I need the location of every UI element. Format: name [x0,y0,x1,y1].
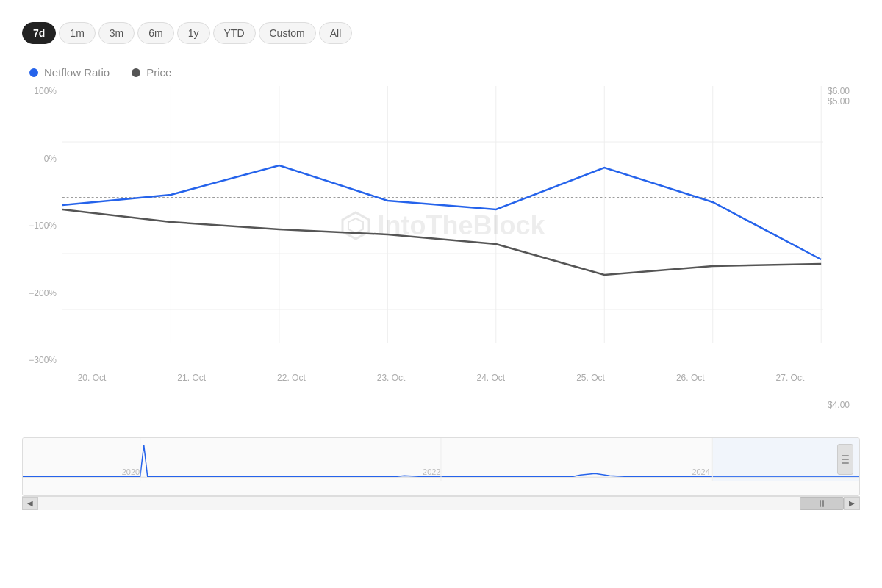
navigator-handle[interactable] [837,444,853,475]
navigator[interactable]: 2020 2022 2024 [22,437,860,496]
svg-text:2024: 2024 [692,467,709,476]
price-dot [132,68,140,77]
y-label-neg200: −200% [22,288,62,298]
svg-text:2022: 2022 [423,467,440,476]
time-btn-custom[interactable]: Custom [259,22,316,44]
y-label-neg100: −100% [22,220,62,231]
time-btn-all[interactable]: All [319,22,353,44]
legend-netflow: Netflow Ratio [29,66,110,79]
time-btn-1m[interactable]: 1m [59,22,95,44]
navigator-svg: 2020 2022 2024 [23,438,859,481]
time-btn-1y[interactable]: 1y [177,22,210,44]
time-btn-ytd[interactable]: YTD [213,22,256,44]
chart-main: 100% 0% −100% −200% −300% $6.00 $5.00 [22,86,860,365]
x-axis: 20. Oct 21. Oct 22. Oct 23. Oct 24. Oct … [22,368,860,383]
x-label-6: 26. Oct [661,373,720,383]
scroll-left-btn[interactable]: ◀ [22,497,38,510]
x-label-0: 20. Oct [62,373,121,383]
navigator-svg-area: 2020 2022 2024 [23,438,859,481]
chart-wrapper: 100% 0% −100% −200% −300% $6.00 $5.00 [22,86,860,431]
chart-svg-area[interactable]: IntoTheBlock [62,86,823,365]
main-chart-svg [62,86,823,365]
y-axis-right: $6.00 $5.00 [823,86,860,365]
y-right-4-label: $4.00 [823,400,850,410]
netflow-label: Netflow Ratio [44,66,110,79]
x-label-4: 24. Oct [462,373,520,383]
time-btn-6m[interactable]: 6m [137,22,173,44]
legend-price: Price [132,66,171,79]
y-label-0: 0% [22,154,62,164]
scroll-right-btn[interactable]: ▶ [844,497,860,510]
y-axis-left: 100% 0% −100% −200% −300% [22,86,62,365]
y-label-neg300: −300% [22,355,62,365]
svg-text:2020: 2020 [122,467,140,476]
x-label-3: 23. Oct [362,373,420,383]
price-label: Price [146,66,171,79]
price-line [62,209,821,275]
scrollbar-thumb[interactable] [800,497,844,510]
y-right-6: $6.00 [823,86,860,96]
y-right-bottom: $4.00 [823,398,860,411]
main-container: 7d1m3m6m1yYTDCustomAll Netflow Ratio Pri… [0,0,882,588]
legend: Netflow Ratio Price [22,66,860,79]
thumb-handle [820,500,824,507]
netflow-line [62,165,821,259]
netflow-dot [29,68,38,77]
x-label-1: 21. Oct [162,373,221,383]
x-label-2: 22. Oct [262,373,320,383]
x-label-7: 27. Oct [761,373,820,383]
time-btn-3m[interactable]: 3m [98,22,135,44]
scrollbar-track[interactable] [38,497,844,510]
time-range-bar: 7d1m3m6m1yYTDCustomAll [22,15,860,51]
scrollbar[interactable]: ◀ ▶ [22,496,860,509]
x-label-5: 25. Oct [562,373,620,383]
y-right-5: $5.00 [823,96,860,107]
time-btn-7d[interactable]: 7d [22,22,56,44]
y-label-100: 100% [22,86,62,96]
